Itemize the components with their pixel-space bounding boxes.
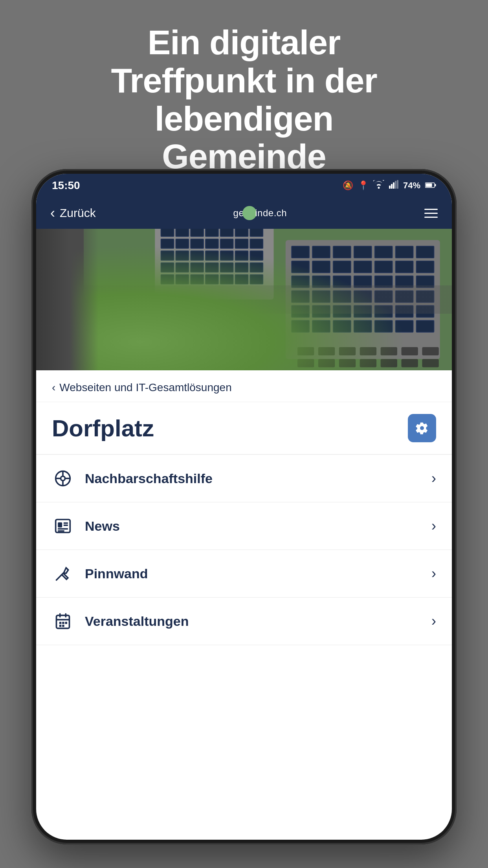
battery-icon [425,180,436,191]
svg-point-121 [61,476,65,481]
status-icons: 🔕 📍 [343,180,436,191]
news-chevron-icon: › [431,518,436,534]
veranstaltungen-label: Veranstaltungen [85,614,420,629]
veranstaltungen-icon [52,610,74,632]
mute-icon: 🔕 [343,180,353,191]
svg-line-132 [57,575,62,580]
battery-text: 74% [403,180,420,191]
menu-line-2 [424,213,438,214]
back-button[interactable]: ‹ Zurück [50,205,96,221]
news-icon [52,515,74,537]
pinnwand-icon [52,563,74,585]
nachbarschaftshilfe-icon [52,467,74,489]
location-icon: 📍 [358,180,369,191]
news-label: News [85,519,420,534]
nachbarschaftshilfe-label: Nachbarschaftshilfe [85,471,420,486]
svg-rect-127 [58,522,62,528]
page-header: Dorfplatz [36,402,452,455]
hamburger-menu-button[interactable] [424,209,438,218]
breadcrumb-chevron-icon: ‹ [52,381,55,394]
menu-list: Nachbarschaftshilfe › [36,455,452,645]
veranstaltungen-chevron-icon: › [431,613,436,629]
back-label: Zurück [60,206,96,220]
svg-rect-3 [395,181,396,189]
svg-rect-7 [435,184,436,186]
logo-dot [242,206,257,220]
pinnwand-chevron-icon: › [431,565,436,582]
content-area: ‹ Webseiten und IT-Gesamtlösungen Dorfpl… [36,370,452,645]
nachbarschaftshilfe-chevron-icon: › [431,470,436,487]
hero-image-overlay [36,229,452,370]
pinnwand-label: Pinnwand [85,566,420,581]
phone-screen: 15:50 🔕 📍 [36,174,452,840]
breadcrumb-text: Webseiten und IT-Gesamtlösungen [59,381,231,394]
menu-line-1 [424,209,438,210]
svg-rect-4 [397,180,398,189]
nav-bar: ‹ Zurück ge inde.ch [36,197,452,229]
svg-rect-137 [59,622,62,624]
hero-image [36,229,452,370]
svg-rect-2 [393,182,394,189]
wifi-icon [373,180,384,191]
svg-rect-141 [62,625,64,627]
settings-button[interactable] [408,414,436,442]
svg-rect-140 [59,625,62,627]
status-bar: 15:50 🔕 📍 [36,174,452,197]
page-title: Dorfplatz [52,415,154,442]
status-time: 15:50 [52,179,80,192]
svg-rect-1 [391,184,393,189]
menu-line-3 [424,217,438,218]
breadcrumb[interactable]: ‹ Webseiten und IT-Gesamtlösungen [36,370,452,402]
logo-text-right: inde.ch [255,208,287,219]
signal-icon [389,180,398,191]
svg-rect-0 [389,186,391,189]
menu-item-veranstaltungen[interactable]: Veranstaltungen › [36,598,452,645]
svg-rect-139 [65,622,68,624]
menu-item-news[interactable]: News › [36,502,452,550]
menu-item-pinnwand[interactable]: Pinnwand › [36,550,452,598]
svg-rect-6 [426,184,432,187]
svg-rect-138 [62,622,64,624]
hero-text: Ein digitaler Treffpunkt in der lebendig… [0,24,488,176]
phone-frame: 15:50 🔕 📍 [31,169,457,844]
back-chevron-icon: ‹ [50,205,55,221]
menu-item-nachbarschaftshilfe[interactable]: Nachbarschaftshilfe › [36,455,452,502]
nav-logo: ge inde.ch [233,206,287,220]
